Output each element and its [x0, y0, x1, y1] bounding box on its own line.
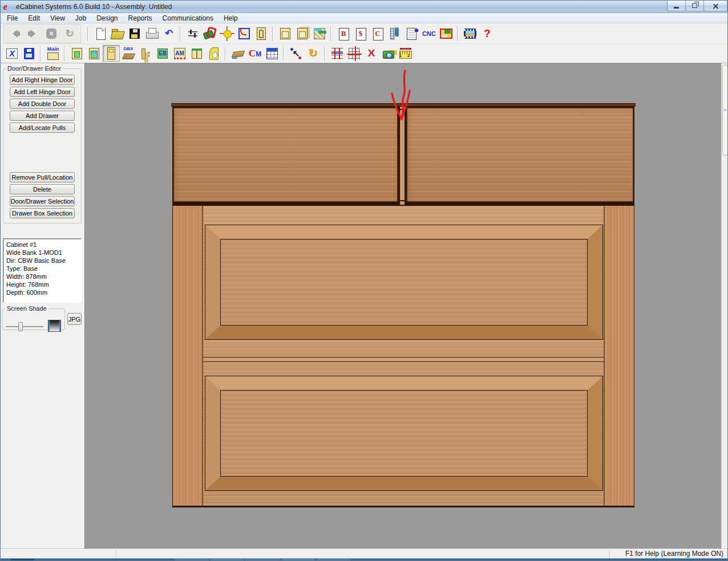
toolbar-primary: ×↻↶B$CCNC? — [1, 23, 727, 44]
title-bar[interactable]: e eCabinet Systems 6.0 Build 10 - Assemb… — [1, 1, 727, 13]
slider-thumb[interactable] — [18, 322, 23, 331]
help-glyph: ? — [480, 26, 495, 41]
undo-glyph: ↶ — [161, 26, 176, 41]
image-render-icon — [463, 26, 478, 41]
drawer-box-selection-button[interactable]: Drawer Box Selection — [10, 208, 75, 218]
menu-reports[interactable]: Reports — [123, 14, 157, 23]
cost-doc-button[interactable]: $ — [352, 25, 369, 42]
undo-button[interactable]: ↶ — [160, 25, 177, 42]
cabinet-group-button[interactable] — [294, 25, 311, 42]
design-canvas[interactable] — [84, 63, 721, 549]
cabinet-info-line: Height: 768mm — [6, 280, 81, 288]
drawer-front-top[interactable] — [205, 225, 603, 340]
delete-x-button[interactable]: X — [363, 45, 380, 62]
point-light-button[interactable] — [219, 25, 236, 42]
part-shape-button[interactable] — [205, 45, 223, 62]
left-stile — [173, 206, 203, 506]
base-cabinet-button[interactable] — [277, 25, 294, 42]
left-door[interactable] — [172, 107, 399, 205]
cutlist-doc-button[interactable]: C — [369, 25, 386, 42]
save-assembly-button[interactable] — [21, 45, 38, 62]
align-rails-button[interactable] — [329, 45, 346, 62]
door-editor-button[interactable] — [103, 45, 120, 62]
menu-view[interactable]: View — [45, 14, 70, 23]
add-double-door-button[interactable]: Add Double Door — [10, 99, 75, 109]
add-drawer-button[interactable]: Add Drawer — [10, 111, 75, 121]
expand-panel-button[interactable]: > — [722, 64, 728, 156]
menu-communications[interactable]: Communications — [157, 14, 219, 23]
point-light-icon — [220, 26, 234, 41]
cabinet-front-button[interactable] — [68, 45, 86, 62]
main-cabinet-button[interactable]: Main — [45, 45, 62, 62]
menu-design[interactable]: Design — [91, 14, 123, 23]
cabinet-info-line: Dir: CBW Basic Base — [6, 257, 81, 265]
menu-help[interactable]: Help — [219, 14, 243, 23]
assembly-spread-icon: ↕ — [138, 46, 153, 61]
cabinet-info-line: Cabinet #1 — [6, 241, 81, 249]
add-right-hinge-door-button[interactable]: Add Right Hinge Door — [10, 75, 75, 85]
close-view-button[interactable]: X — [3, 45, 21, 62]
main-cabinet-glyph: Main — [46, 46, 60, 61]
main-cabinet-icon: Main — [46, 46, 60, 61]
cabinet-face-button[interactable] — [86, 45, 103, 62]
cutlist-table-button[interactable] — [264, 45, 281, 62]
minimize-button[interactable] — [667, 1, 686, 11]
dbx-button[interactable]: DBX — [120, 45, 137, 62]
door-frame-button[interactable] — [253, 25, 270, 42]
door-drawer-selection-button[interactable]: Door/Drawer Selection — [10, 196, 75, 206]
new-file-button[interactable] — [92, 25, 109, 42]
drawer-panel — [220, 239, 588, 326]
edge-band-button[interactable]: EB — [154, 45, 171, 62]
material-ribbon-button[interactable] — [201, 25, 219, 42]
delete-button[interactable]: Delete — [10, 184, 75, 194]
rotate-button[interactable]: ↻ — [305, 45, 322, 62]
slider-track — [6, 326, 43, 327]
camera-button[interactable] — [380, 45, 397, 62]
remove-pull-location-button[interactable]: Remove Pull/Location — [10, 172, 75, 182]
assembly-manager-icon: AM — [172, 46, 187, 61]
drawer-front-bottom[interactable] — [205, 376, 603, 491]
close-button[interactable] — [703, 1, 727, 11]
assembly-spread-button[interactable]: ↕ — [137, 45, 154, 62]
room-plan-button[interactable] — [311, 25, 328, 42]
shade-preview-swatch[interactable] — [48, 320, 61, 332]
nav-stop-button[interactable]: × — [43, 25, 60, 42]
bid-doc-button[interactable]: B — [335, 25, 352, 42]
cnc-output-glyph: CNC — [422, 26, 436, 41]
save-button[interactable] — [126, 25, 143, 42]
grid-cross-button[interactable] — [346, 45, 363, 62]
restore-button[interactable] — [685, 1, 704, 11]
work-table-button[interactable] — [188, 45, 205, 62]
open-folder-button[interactable] — [109, 25, 126, 42]
measure-tools-button[interactable] — [386, 25, 403, 42]
menu-file[interactable]: File — [2, 14, 23, 23]
jpg-button[interactable]: JPG — [67, 313, 82, 325]
center-machine-button[interactable]: CM — [246, 45, 264, 62]
job-spec-button[interactable] — [403, 25, 420, 42]
cnc-output-button[interactable]: CNC — [420, 25, 438, 42]
add-left-hinge-door-button[interactable]: Add Left Hinge Door — [10, 87, 75, 97]
drawer-box-button[interactable] — [229, 45, 246, 62]
cabinet-body[interactable] — [172, 205, 634, 507]
toolbar-separator — [283, 46, 285, 61]
help-button[interactable]: ? — [479, 25, 496, 42]
toolbar-secondary: XMainDBX↕EBAMCM↖↻X1 2 — [1, 44, 727, 63]
dim-ruler-button[interactable]: 1 2 — [397, 45, 414, 62]
nav-refresh-button[interactable]: ↻ — [61, 25, 78, 42]
nav-back-button[interactable] — [6, 25, 23, 42]
nest-sheet-button[interactable] — [438, 25, 455, 42]
taskbar-sliver[interactable] — [1, 558, 727, 561]
print-icon — [144, 26, 159, 41]
menu-job[interactable]: Job — [70, 14, 91, 23]
display-settings-button[interactable] — [184, 25, 201, 42]
nav-forward-button[interactable] — [25, 25, 42, 42]
menu-edit[interactable]: Edit — [23, 14, 45, 23]
molding-button[interactable] — [236, 25, 253, 42]
screen-shade-slider[interactable] — [6, 322, 43, 332]
print-button[interactable] — [143, 25, 160, 42]
image-render-button[interactable] — [462, 25, 479, 42]
center-machine-glyph: CM — [248, 46, 262, 61]
assembly-manager-button[interactable]: AM — [171, 45, 188, 62]
add-locate-pulls-button[interactable]: Add/Locate Pulls — [10, 123, 75, 133]
measure-pointer-button[interactable]: ↖ — [288, 45, 305, 62]
